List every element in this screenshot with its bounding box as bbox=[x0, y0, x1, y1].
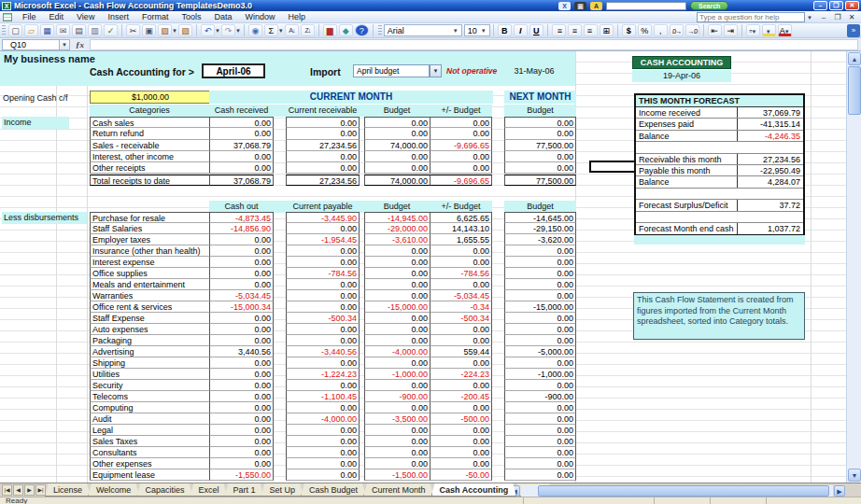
sort-descending-icon[interactable]: Z↓ bbox=[301, 24, 315, 36]
value-cell[interactable]: -500.34 bbox=[430, 313, 492, 324]
vertical-scroll-thumb[interactable] bbox=[848, 66, 861, 115]
next-sheet-button[interactable]: ▶ bbox=[24, 484, 35, 496]
value-cell[interactable]: 0.00 bbox=[430, 380, 492, 391]
category-cell[interactable]: Sales Taxes bbox=[90, 436, 209, 447]
value-cell[interactable]: -900.00 bbox=[504, 391, 576, 402]
value-cell[interactable]: -1,224.23 bbox=[286, 369, 360, 380]
category-cell[interactable]: Shipping bbox=[90, 357, 209, 369]
maximize-button[interactable]: ❐ bbox=[829, 1, 843, 10]
category-cell[interactable]: Equipment lease bbox=[90, 469, 209, 481]
category-cell[interactable]: Telecoms bbox=[90, 391, 209, 402]
value-cell[interactable]: 0.00 bbox=[430, 128, 492, 139]
value-cell[interactable]: -784.56 bbox=[286, 268, 360, 279]
category-cell[interactable]: Audit bbox=[90, 413, 209, 425]
value-cell[interactable]: 0.00 bbox=[286, 151, 360, 162]
import-select[interactable]: April budget bbox=[353, 64, 430, 77]
tab-cash-budget[interactable]: Cash Budget bbox=[301, 483, 366, 497]
value-cell[interactable]: 0.00 bbox=[286, 301, 360, 313]
value-cell[interactable]: 0.00 bbox=[364, 128, 430, 139]
value-cell[interactable]: 1,655.55 bbox=[430, 234, 492, 245]
value-cell[interactable]: -1,100.45 bbox=[286, 391, 360, 402]
format-painter-icon[interactable]: ▧ bbox=[178, 24, 192, 36]
value-cell[interactable]: 0.00 bbox=[504, 117, 576, 128]
prev-sheet-button[interactable]: ◀ bbox=[13, 484, 23, 496]
value-cell[interactable]: 77,500.00 bbox=[504, 175, 576, 186]
redo-icon[interactable]: ↷ bbox=[221, 24, 235, 36]
value-cell[interactable]: 0.00 bbox=[286, 447, 360, 458]
fill-color-button[interactable]: ▼ bbox=[762, 24, 776, 36]
value-cell[interactable]: -1,550.00 bbox=[209, 469, 274, 481]
value-cell[interactable]: 0.00 bbox=[430, 335, 492, 346]
print-preview-icon[interactable]: ▥ bbox=[88, 24, 102, 36]
value-cell[interactable]: 0.00 bbox=[209, 447, 274, 458]
value-cell[interactable]: 0.00 bbox=[430, 436, 492, 447]
value-cell[interactable]: -50.00 bbox=[430, 469, 492, 481]
value-cell[interactable]: -900.00 bbox=[364, 391, 430, 402]
value-cell[interactable]: 0.00 bbox=[209, 313, 274, 324]
menu-item-data[interactable]: Data bbox=[207, 11, 238, 23]
last-sheet-button[interactable]: ▶| bbox=[35, 484, 46, 496]
category-cell[interactable]: Interest, other income bbox=[90, 151, 209, 162]
percent-button[interactable]: % bbox=[638, 24, 652, 36]
addon-x-icon[interactable]: X bbox=[558, 2, 571, 10]
menu-item-edit[interactable]: Edit bbox=[43, 11, 71, 23]
doc-restore-button[interactable]: ❐ bbox=[832, 13, 843, 22]
mail-icon[interactable]: ✉ bbox=[56, 24, 70, 36]
value-cell[interactable]: 0.00 bbox=[430, 447, 492, 458]
opening-cash-cell[interactable]: $1,000.00 bbox=[90, 91, 211, 104]
value-cell[interactable]: 0.00 bbox=[286, 162, 360, 174]
copy-icon[interactable]: ▣ bbox=[142, 24, 156, 36]
value-cell[interactable]: -3,620.00 bbox=[504, 234, 576, 245]
value-cell[interactable]: 0.00 bbox=[286, 458, 360, 469]
category-cell[interactable]: Sales - receivable bbox=[90, 140, 209, 151]
value-cell[interactable]: 0.00 bbox=[209, 425, 274, 436]
underline-button[interactable]: U bbox=[529, 24, 543, 36]
value-cell[interactable]: 0.00 bbox=[430, 357, 492, 369]
new-icon[interactable]: ▢ bbox=[8, 24, 22, 36]
category-cell[interactable]: Staff Expense bbox=[90, 313, 209, 324]
value-cell[interactable]: 0.00 bbox=[209, 357, 274, 369]
value-cell[interactable]: 0.00 bbox=[504, 447, 576, 458]
value-cell[interactable]: 0.00 bbox=[430, 257, 492, 268]
help-icon[interactable]: ? bbox=[355, 24, 369, 36]
value-cell[interactable]: 0.00 bbox=[286, 128, 360, 139]
value-cell[interactable]: -1,000.00 bbox=[364, 369, 430, 380]
value-cell[interactable]: 0.00 bbox=[504, 151, 576, 162]
value-cell[interactable]: -3,440.56 bbox=[286, 346, 360, 357]
value-cell[interactable]: 0.00 bbox=[209, 279, 274, 290]
value-cell[interactable]: 0.00 bbox=[504, 128, 576, 139]
toolbar-options-icon[interactable]: » bbox=[847, 24, 860, 37]
value-cell[interactable]: -29,150.00 bbox=[504, 223, 576, 234]
value-cell[interactable]: -4,873.45 bbox=[209, 212, 274, 223]
value-cell[interactable]: 0.00 bbox=[504, 436, 576, 447]
value-cell[interactable]: 0.00 bbox=[209, 369, 274, 380]
value-cell[interactable]: 6,625.65 bbox=[430, 212, 492, 223]
toolbar-grip[interactable] bbox=[2, 25, 6, 36]
value-cell[interactable]: 0.00 bbox=[209, 151, 274, 162]
spreadsheet[interactable]: My business name Cash Accounting for > A… bbox=[0, 51, 846, 483]
insert-function-icon[interactable]: ƒx bbox=[76, 40, 84, 49]
value-cell[interactable]: 0.00 bbox=[209, 335, 274, 346]
value-cell[interactable]: 0.00 bbox=[364, 290, 430, 301]
category-cell[interactable]: Utilities bbox=[90, 369, 209, 380]
value-cell[interactable]: 0.00 bbox=[504, 313, 576, 324]
value-cell[interactable]: 0.00 bbox=[209, 458, 274, 469]
value-cell[interactable]: -14,645.00 bbox=[504, 212, 576, 223]
value-cell[interactable]: 0.00 bbox=[364, 162, 430, 174]
value-cell[interactable]: 3,440.56 bbox=[209, 346, 274, 357]
menu-item-help[interactable]: Help bbox=[281, 11, 312, 23]
doc-minimize-button[interactable]: – bbox=[818, 13, 829, 22]
value-cell[interactable]: -9,696.65 bbox=[430, 140, 492, 151]
increase-decimal-button[interactable]: .0→ bbox=[670, 24, 684, 36]
value-cell[interactable]: 0.00 bbox=[209, 324, 274, 335]
value-cell[interactable]: 0.00 bbox=[504, 380, 576, 391]
horizontal-scrollbar[interactable]: ◀ ▶ bbox=[509, 484, 845, 497]
value-cell[interactable]: 0.00 bbox=[504, 290, 576, 301]
menu-item-view[interactable]: View bbox=[70, 11, 101, 23]
value-cell[interactable]: -5,034.45 bbox=[209, 290, 274, 301]
value-cell[interactable]: 0.00 bbox=[430, 425, 492, 436]
value-cell[interactable]: 0.00 bbox=[504, 268, 576, 279]
forecast-value[interactable]: 37.72 bbox=[738, 200, 803, 210]
value-cell[interactable]: -200.45 bbox=[430, 391, 492, 402]
drawing-icon[interactable]: ◆ bbox=[339, 24, 353, 36]
